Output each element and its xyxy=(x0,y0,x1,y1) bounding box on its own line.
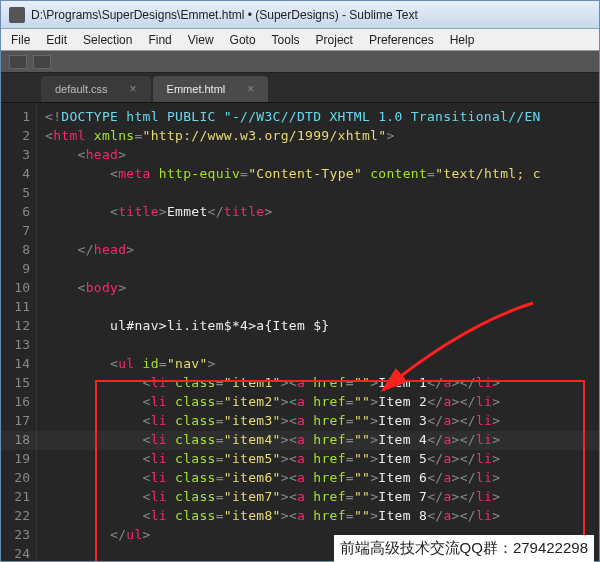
line-number[interactable]: 24 xyxy=(1,544,30,561)
app-window: D:\Programs\SuperDesigns\Emmet.html • (S… xyxy=(0,0,600,562)
menu-view[interactable]: View xyxy=(180,31,222,49)
line-number[interactable]: 6 xyxy=(1,202,30,221)
title-bar[interactable]: D:\Programs\SuperDesigns\Emmet.html • (S… xyxy=(1,1,599,29)
line-number[interactable]: 10 xyxy=(1,278,30,297)
line-number[interactable]: 12 xyxy=(1,316,30,335)
close-icon[interactable]: × xyxy=(130,82,137,96)
line-number[interactable]: 19 xyxy=(1,449,30,468)
line-number[interactable]: 20 xyxy=(1,468,30,487)
line-number[interactable]: 2 xyxy=(1,126,30,145)
line-number[interactable]: 14 xyxy=(1,354,30,373)
arrow-annotation xyxy=(363,295,543,405)
menu-edit[interactable]: Edit xyxy=(38,31,75,49)
menu-goto[interactable]: Goto xyxy=(222,31,264,49)
line-number[interactable]: 7 xyxy=(1,221,30,240)
tab-default.css[interactable]: default.css× xyxy=(41,76,151,102)
tool-button[interactable] xyxy=(33,55,51,69)
menu-bar: FileEditSelectionFindViewGotoToolsProjec… xyxy=(1,29,599,51)
menu-tools[interactable]: Tools xyxy=(264,31,308,49)
line-number[interactable]: 3 xyxy=(1,145,30,164)
line-number[interactable]: 4 xyxy=(1,164,30,183)
line-number[interactable]: 9 xyxy=(1,259,30,278)
line-number[interactable]: 21 xyxy=(1,487,30,506)
line-number[interactable]: 1 xyxy=(1,107,30,126)
close-icon[interactable]: × xyxy=(247,82,254,96)
menu-project[interactable]: Project xyxy=(308,31,361,49)
tool-bar xyxy=(1,51,599,73)
footer-watermark: 前端高级技术交流QQ群：279422298 xyxy=(334,535,594,562)
line-number[interactable]: 15 xyxy=(1,373,30,392)
line-number[interactable]: 11 xyxy=(1,297,30,316)
line-number[interactable]: 16 xyxy=(1,392,30,411)
line-gutter[interactable]: 123456789101112131415161718192021222324 xyxy=(1,103,37,561)
menu-file[interactable]: File xyxy=(3,31,38,49)
line-number[interactable]: 13 xyxy=(1,335,30,354)
menu-help[interactable]: Help xyxy=(442,31,483,49)
window-title: D:\Programs\SuperDesigns\Emmet.html • (S… xyxy=(31,8,418,22)
app-icon xyxy=(9,7,25,23)
line-number[interactable]: 5 xyxy=(1,183,30,202)
tab-bar: default.css×Emmet.html× xyxy=(1,73,599,103)
tool-button[interactable] xyxy=(9,55,27,69)
line-number[interactable]: 23 xyxy=(1,525,30,544)
tab-Emmet.html[interactable]: Emmet.html× xyxy=(153,76,269,102)
line-number[interactable]: 22 xyxy=(1,506,30,525)
menu-find[interactable]: Find xyxy=(140,31,179,49)
line-number[interactable]: 8 xyxy=(1,240,30,259)
line-number[interactable]: 17 xyxy=(1,411,30,430)
menu-preferences[interactable]: Preferences xyxy=(361,31,442,49)
editor-area[interactable]: 123456789101112131415161718192021222324 … xyxy=(1,103,599,561)
menu-selection[interactable]: Selection xyxy=(75,31,140,49)
